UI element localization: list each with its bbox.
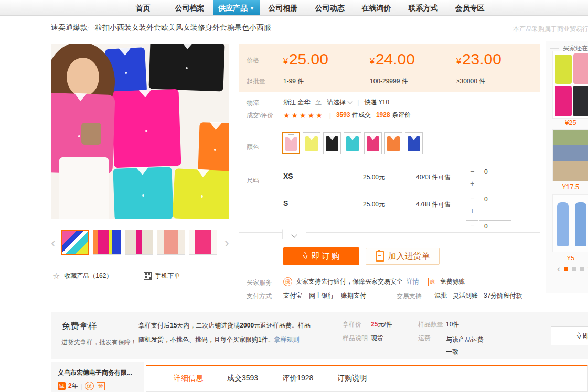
payment-label: 支付方式 — [247, 292, 272, 301]
payment-method-credit-term[interactable]: 账期支付 — [341, 291, 366, 300]
quantity-input[interactable] — [479, 220, 511, 232]
pager-prev-icon[interactable]: ‹ — [557, 265, 560, 273]
nav-item-online-inquiry[interactable]: 在线询价 — [353, 0, 400, 15]
integrity-badge-icon: 诚 — [58, 382, 66, 390]
payment-method-alipay[interactable]: 支付宝 — [283, 291, 302, 300]
color-swatch-black[interactable] — [323, 132, 341, 154]
thumbnail-5[interactable] — [189, 230, 217, 255]
thumbnail-1[interactable] — [61, 230, 89, 255]
order-now-button[interactable]: 立即订购 — [283, 247, 359, 265]
star-icon[interactable]: ☆ — [52, 271, 60, 281]
nav-item-company-profile[interactable]: 公司档案 — [166, 0, 213, 15]
minus-button[interactable]: − — [466, 220, 478, 232]
tab-deals[interactable]: 成交3593 — [227, 366, 258, 391]
add-to-cart-button[interactable]: 加入进货单 — [366, 248, 440, 265]
credit-text: 免费赊账 — [440, 277, 465, 286]
services-label: 买家服务 — [247, 278, 272, 287]
swatch-color — [285, 137, 297, 151]
color-swatch-pink[interactable] — [282, 132, 300, 154]
divider: | — [357, 99, 359, 106]
minus-button[interactable]: − — [466, 166, 478, 178]
color-swatch-list — [282, 132, 423, 154]
thumbnail-2[interactable] — [93, 230, 121, 255]
guarantee-text: 卖家支持先行赔付，保障买家交易安全 — [296, 277, 403, 286]
size-list: XS 25.00元 4043 件可售 − + S 25.00元 4788 件可售… — [283, 165, 540, 232]
blazer-black — [148, 44, 224, 91]
quantity-stepper: − — [466, 220, 514, 232]
related-product-image-2[interactable] — [552, 129, 588, 181]
price-value: 24.00 — [376, 50, 415, 68]
hanger-icon — [288, 134, 294, 135]
nav-item-contact[interactable]: 联系方式 — [400, 0, 446, 15]
tab-order-notes[interactable]: 订购说明 — [337, 366, 367, 391]
related-product-image-1[interactable] — [552, 51, 588, 119]
mobile-order-link[interactable]: 手机下单 — [155, 271, 180, 280]
currency-symbol: ¥ — [370, 57, 375, 66]
sample-rule-link[interactable]: 拿样规则 — [274, 336, 300, 343]
hanger-icon — [411, 134, 416, 134]
detail-tabbar: 详细信息 成交3593 评价1928 订购说明 — [146, 365, 588, 392]
blazer-yellow — [173, 168, 229, 219]
color-swatch-cyan[interactable] — [344, 132, 361, 154]
quantity-input[interactable] — [479, 166, 511, 178]
get-sample-button[interactable]: 立即拿样 — [551, 326, 588, 345]
nav-item-company-news[interactable]: 公司动态 — [306, 0, 353, 15]
thumbs-next-icon[interactable]: › — [224, 236, 229, 249]
nav-item-products[interactable]: 供应产品 ▼ — [213, 0, 260, 15]
nav-item-member-zone[interactable]: 会员专区 — [446, 0, 493, 15]
pager-dot-2[interactable] — [572, 267, 576, 271]
trade-supports: 混批 灵活到账 37分阶段付款 — [434, 291, 522, 300]
plus-button[interactable]: + — [466, 205, 478, 217]
size-name: XS — [283, 172, 293, 180]
color-swatch-blue[interactable] — [405, 132, 423, 154]
trade-notice: 本产品采购属于商业贸易行为 — [513, 25, 588, 34]
nav-item-home[interactable]: 首页 — [120, 0, 166, 15]
guarantee-badge-icon: 保 — [283, 277, 292, 286]
size-price: 25.00元 — [363, 200, 385, 209]
minus-button[interactable]: − — [466, 193, 478, 205]
star-rating-icon: ★★★★★ — [283, 111, 324, 119]
thumbnail-3[interactable] — [125, 230, 153, 255]
tier-qty-1: 1-99 件 — [283, 77, 304, 86]
plus-button[interactable]: + — [466, 178, 478, 190]
sidebar-pager: ‹ › — [557, 265, 588, 273]
thumbs-prev-icon[interactable]: ‹ — [51, 236, 56, 249]
express-fee: 快递 ¥10 — [364, 98, 389, 107]
rating-row: ★★★★★ | 3593 件成交 1928 条评价 — [283, 111, 411, 119]
swatch-color — [305, 136, 318, 151]
sample-price: 25元/件 — [371, 320, 392, 329]
color-swatch-orange[interactable] — [384, 132, 402, 154]
size-label: 尺码 — [247, 176, 259, 185]
add-to-cart-label: 加入进货单 — [388, 251, 430, 262]
reviews-link[interactable]: 1928 条评价 — [376, 111, 411, 119]
swatch-color — [326, 136, 338, 151]
pager-dot-1[interactable] — [564, 267, 568, 271]
deals-link[interactable]: 3593 件成交 — [336, 111, 371, 119]
expand-sizes-button[interactable] — [282, 229, 306, 239]
size-price: 25.00元 — [363, 173, 385, 182]
divider — [550, 48, 559, 49]
blazer-orange — [198, 122, 229, 173]
thumbnail-4[interactable] — [157, 230, 185, 255]
size-name: S — [283, 199, 288, 208]
color-swatch-rose[interactable] — [364, 132, 382, 154]
quantity-input[interactable] — [479, 193, 511, 205]
detail-link[interactable]: 详情 — [407, 277, 419, 286]
related-product-image-3[interactable] — [552, 194, 588, 252]
seller-name[interactable]: 义乌市宏德电子商务有限... — [58, 368, 144, 377]
destination-select[interactable]: 请选择 — [327, 98, 352, 107]
main-product-image[interactable] — [51, 44, 229, 219]
nav-item-company-album[interactable]: 公司相册 — [260, 0, 306, 15]
support-staged-payment: 37分阶段付款 — [484, 291, 522, 300]
favorite-product-link[interactable]: 收藏产品（162） — [64, 271, 112, 280]
color-swatch-yellow[interactable] — [303, 132, 320, 154]
hanger-icon — [350, 134, 355, 134]
nav-label: 在线询价 — [362, 4, 391, 12]
tab-reviews[interactable]: 评价1928 — [282, 366, 313, 391]
tier-qty-3: ≥30000 件 — [456, 77, 485, 86]
swatch-color — [387, 136, 400, 151]
tab-detail-info[interactable]: 详细信息 — [174, 366, 203, 391]
payment-method-ebank[interactable]: 网上银行 — [309, 291, 334, 300]
sample-qty: 10件 — [446, 320, 459, 329]
pager-dot-3[interactable] — [580, 267, 584, 271]
